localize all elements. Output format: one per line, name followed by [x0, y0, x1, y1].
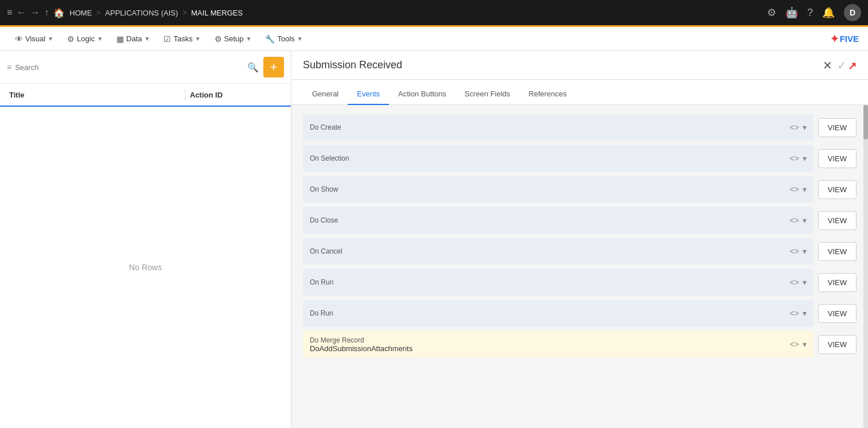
tab-action-buttons[interactable]: Action Buttons: [389, 84, 456, 105]
top-nav-right: ⚙ 🤖 ? 🔔 D: [767, 4, 861, 21]
event-row-do-close: Do Close <> ▾ VIEW: [303, 207, 857, 234]
event-label-do-merge-record: Do Merge Record: [310, 336, 412, 344]
search-bar: ≡ 🔍 +: [0, 51, 291, 84]
code-icon-do-merge-record[interactable]: <>: [789, 340, 799, 349]
dropdown-icon-on-selection[interactable]: ▾: [803, 154, 807, 163]
scrollbar-track[interactable]: [863, 105, 868, 428]
tasks-icon: ☑: [164, 34, 171, 44]
event-field-on-selection: On Selection <> ▾: [303, 145, 813, 172]
panel-title: Submission Received: [303, 59, 402, 71]
filter-icon: ≡: [7, 63, 11, 72]
add-button[interactable]: +: [263, 57, 284, 77]
nav-menu-setup[interactable]: ⚙ Setup ▼: [209, 31, 258, 47]
tools-label: Tools: [277, 34, 294, 43]
nav-menu-logic[interactable]: ⚙ Logic ▼: [61, 31, 108, 47]
up-icon[interactable]: ↑: [44, 7, 49, 18]
home-label[interactable]: HOME: [69, 9, 92, 17]
code-icon-on-show[interactable]: <>: [789, 185, 799, 194]
visual-label: Visual: [25, 34, 45, 43]
settings-icon[interactable]: ⚙: [767, 6, 776, 19]
main-layout: ≡ 🔍 + Title Action ID No Rows Submission…: [0, 51, 868, 428]
tab-general[interactable]: General: [303, 84, 348, 105]
nav-menu-tasks[interactable]: ☑ Tasks ▼: [158, 31, 206, 47]
view-btn-do-merge-record[interactable]: VIEW: [818, 335, 857, 354]
event-icons-on-show: <> ▾: [789, 185, 806, 194]
nav-menu-visual[interactable]: 👁 Visual ▼: [9, 31, 59, 47]
back-icon[interactable]: ←: [17, 7, 26, 18]
data-icon: ▦: [116, 34, 124, 44]
event-icons-do-close: <> ▾: [789, 216, 806, 225]
event-row-on-run: On Run <> ▾ VIEW: [303, 269, 857, 295]
help-icon[interactable]: ?: [807, 7, 813, 19]
second-navbar: 👁 Visual ▼ ⚙ Logic ▼ ▦ Data ▼ ☑ Tasks ▼ …: [0, 27, 868, 51]
event-row-on-cancel: On Cancel <> ▾ VIEW: [303, 238, 857, 264]
dropdown-icon-do-run[interactable]: ▾: [803, 309, 807, 318]
event-row-on-show: On Show <> ▾ VIEW: [303, 176, 857, 203]
event-icons-on-run: <> ▾: [789, 278, 806, 287]
event-icons-on-cancel: <> ▾: [789, 247, 806, 256]
panel-actions: ✕ ✓ ↗: [823, 59, 857, 72]
app-logo: ✦ FIVE: [830, 33, 859, 45]
mail-merges-label[interactable]: MAIL MERGES: [191, 9, 243, 17]
view-btn-do-close[interactable]: VIEW: [818, 211, 857, 230]
tabs-bar: General Events Action Buttons Screen Fie…: [291, 80, 868, 105]
view-btn-on-show[interactable]: VIEW: [818, 180, 857, 199]
dropdown-icon-do-create[interactable]: ▾: [803, 123, 807, 132]
tab-screen-fields[interactable]: Screen Fields: [456, 84, 519, 105]
code-icon-on-run[interactable]: <>: [789, 278, 799, 287]
event-field-on-show: On Show <> ▾: [303, 176, 813, 203]
code-icon-on-cancel[interactable]: <>: [789, 247, 799, 256]
event-label-do-close: Do Close: [310, 216, 338, 224]
five-logo: ✦ FIVE: [830, 33, 859, 45]
view-btn-on-run[interactable]: VIEW: [818, 273, 857, 292]
tasks-label: Tasks: [173, 34, 192, 43]
dropdown-icon-on-cancel[interactable]: ▾: [803, 247, 807, 256]
event-label-on-show: On Show: [310, 185, 338, 193]
logic-label: Logic: [77, 34, 95, 43]
code-icon-do-create[interactable]: <>: [789, 123, 799, 132]
dropdown-icon-on-run[interactable]: ▾: [803, 278, 807, 287]
visual-icon: 👁: [15, 34, 23, 44]
event-value-do-merge-record: DoAddSubmissionAttachments: [310, 344, 412, 353]
menu-icon[interactable]: ≡: [7, 7, 12, 18]
save-button[interactable]: ✓ ↗: [837, 59, 857, 72]
tab-references[interactable]: References: [519, 84, 575, 105]
home-icon[interactable]: 🏠: [53, 7, 65, 18]
view-btn-do-run[interactable]: VIEW: [818, 304, 857, 323]
event-icons-do-run: <> ▾: [789, 309, 806, 318]
setup-icon: ⚙: [215, 34, 222, 44]
nav-menu-tools[interactable]: 🔧 Tools ▼: [259, 31, 308, 47]
dropdown-icon-on-show[interactable]: ▾: [803, 185, 807, 194]
forward-icon[interactable]: →: [30, 7, 40, 18]
dropdown-icon-do-close[interactable]: ▾: [803, 216, 807, 225]
search-icon[interactable]: 🔍: [247, 62, 259, 73]
dropdown-icon-do-merge-record[interactable]: ▾: [803, 340, 807, 349]
code-icon-do-close[interactable]: <>: [789, 216, 799, 225]
view-btn-do-create[interactable]: VIEW: [818, 118, 857, 137]
event-icons-do-merge-record: <> ▾: [789, 340, 806, 349]
bell-icon[interactable]: 🔔: [822, 6, 835, 19]
event-row-do-merge-record: Do Merge Record DoAddSubmissionAttachmen…: [303, 331, 857, 357]
event-field-do-merge-record: Do Merge Record DoAddSubmissionAttachmen…: [303, 331, 813, 357]
data-label: Data: [126, 34, 142, 43]
robot-icon[interactable]: 🤖: [785, 6, 798, 19]
nav-menu-data[interactable]: ▦ Data ▼: [111, 31, 155, 47]
code-icon-on-selection[interactable]: <>: [789, 154, 799, 163]
search-bar-inner: ≡: [7, 63, 243, 72]
view-btn-on-selection[interactable]: VIEW: [818, 149, 857, 168]
logic-arrow: ▼: [97, 36, 103, 42]
tools-arrow: ▼: [297, 36, 303, 42]
tab-events[interactable]: Events: [348, 84, 389, 105]
no-rows-message: No Rows: [0, 107, 291, 428]
view-btn-on-cancel[interactable]: VIEW: [818, 242, 857, 261]
tools-icon: 🔧: [265, 34, 275, 44]
search-input[interactable]: [15, 63, 243, 72]
close-button[interactable]: ✕: [823, 59, 832, 72]
applications-label[interactable]: APPLICATIONS (AIS): [105, 9, 178, 17]
scrollbar-thumb[interactable]: [863, 105, 868, 139]
event-field-do-run: Do Run <> ▾: [303, 300, 813, 326]
code-icon-do-run[interactable]: <>: [789, 309, 799, 318]
event-field-content-do-merge-record: Do Merge Record DoAddSubmissionAttachmen…: [310, 336, 412, 353]
event-field-on-cancel: On Cancel <> ▾: [303, 238, 813, 264]
avatar[interactable]: D: [844, 4, 861, 21]
